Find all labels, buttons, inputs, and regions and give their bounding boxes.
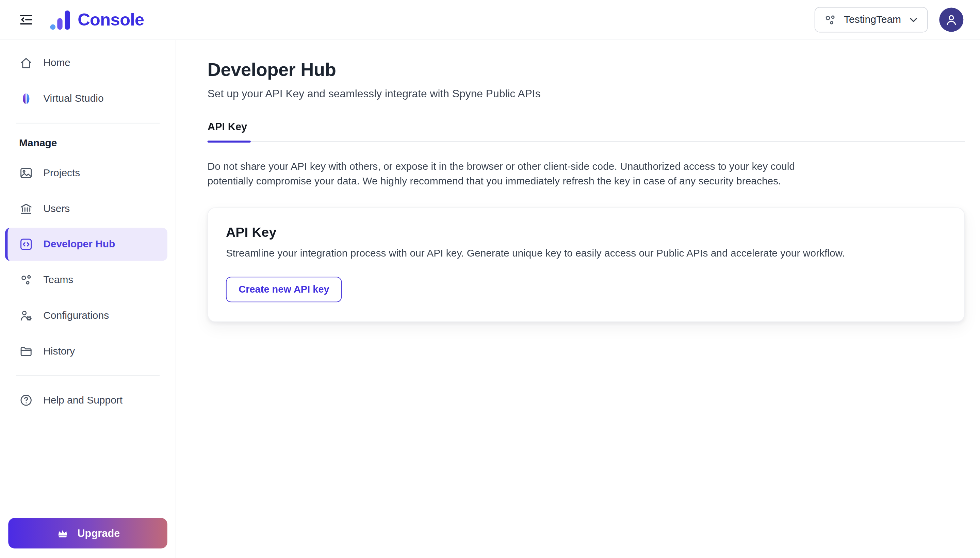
bar-chart-logo-icon	[50, 9, 71, 30]
app-root: Console TestingTeam	[0, 0, 980, 558]
teams-icon	[19, 273, 33, 287]
sidebar-item-home[interactable]: Home	[5, 47, 167, 80]
users-icon	[19, 202, 33, 216]
sidebar-item-teams[interactable]: Teams	[5, 263, 167, 296]
sidebar-item-developer-hub[interactable]: Developer Hub	[5, 228, 167, 261]
upgrade-button[interactable]: Upgrade	[8, 518, 167, 548]
sidebar-item-users[interactable]: Users	[5, 192, 167, 225]
tab-bar: API Key	[208, 121, 965, 142]
developer-hub-icon	[19, 238, 33, 251]
sidebar-item-label: Users	[43, 203, 70, 215]
main-content: Developer Hub Set up your API Key and se…	[176, 40, 980, 558]
sidebar-item-label: Developer Hub	[43, 238, 115, 250]
menu-fold-icon	[18, 12, 34, 28]
sidebar-section-manage: Manage	[0, 130, 176, 156]
sidebar-item-label: Configurations	[43, 310, 109, 322]
sidebar-divider	[16, 375, 160, 376]
history-icon	[19, 344, 33, 358]
help-icon	[19, 393, 33, 407]
app-name: Console	[77, 10, 144, 30]
top-bar: Console TestingTeam	[0, 0, 980, 40]
sidebar-item-label: Projects	[43, 167, 80, 179]
team-icon	[824, 13, 837, 26]
sidebar-item-label: History	[43, 345, 75, 357]
page-subtitle: Set up your API Key and seamlessly integ…	[208, 88, 965, 100]
card-title: API Key	[226, 225, 946, 240]
person-icon	[944, 13, 958, 26]
sidebar-item-label: Home	[43, 57, 71, 69]
configurations-icon	[19, 309, 33, 323]
sidebar-item-label: Virtual Studio	[43, 93, 103, 105]
header-right: TestingTeam	[815, 7, 963, 33]
create-api-key-button[interactable]: Create new API key	[226, 277, 342, 302]
user-avatar[interactable]	[939, 8, 963, 32]
projects-icon	[19, 166, 33, 180]
upgrade-label: Upgrade	[77, 527, 120, 539]
app-logo[interactable]: Console	[50, 9, 144, 30]
api-key-warning-text: Do not share your API key with others, o…	[208, 159, 817, 188]
sidebar-item-help-and-support[interactable]: Help and Support	[5, 384, 167, 417]
card-description: Streamline your integration process with…	[226, 247, 946, 259]
sidebar-divider	[16, 123, 160, 123]
sidebar-collapse-button[interactable]	[14, 8, 38, 32]
sidebar-item-label: Teams	[43, 274, 73, 286]
page-title: Developer Hub	[208, 59, 965, 80]
team-name: TestingTeam	[844, 14, 901, 26]
sidebar-item-label: Help and Support	[43, 394, 123, 406]
sidebar-item-projects[interactable]: Projects	[5, 156, 167, 190]
sidebar-item-configurations[interactable]: Configurations	[5, 299, 167, 332]
home-icon	[19, 56, 33, 70]
sidebar-item-history[interactable]: History	[5, 335, 167, 368]
chevron-down-icon	[908, 14, 919, 25]
page-body: Home Virtual Studio	[0, 40, 980, 558]
sidebar: Home Virtual Studio	[0, 40, 176, 558]
tab-api-key[interactable]: API Key	[208, 121, 248, 141]
virtual-studio-icon	[19, 92, 33, 105]
crown-icon	[56, 527, 69, 540]
team-selector-dropdown[interactable]: TestingTeam	[815, 7, 928, 33]
api-key-card: API Key Streamline your integration proc…	[208, 208, 965, 322]
sidebar-item-virtual-studio[interactable]: Virtual Studio	[5, 82, 167, 115]
